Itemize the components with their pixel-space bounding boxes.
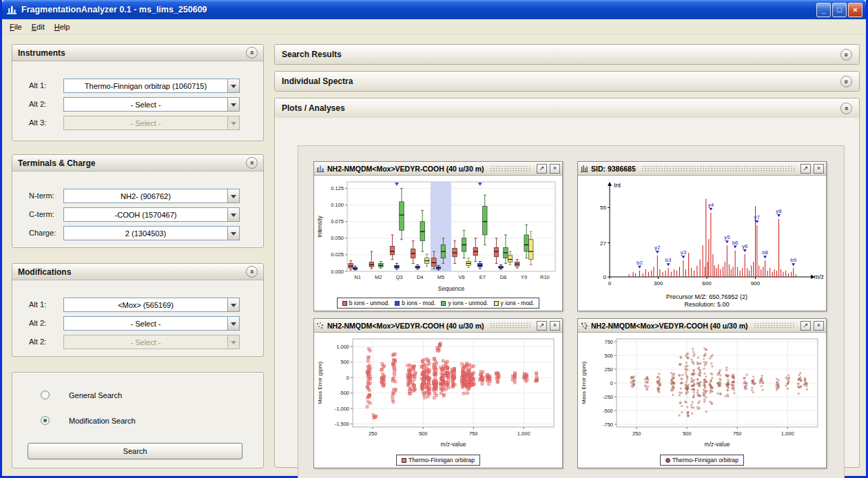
- detach-frame-button[interactable]: ↗: [537, 321, 547, 331]
- modification-search-radio[interactable]: [41, 416, 50, 425]
- instruments-panel: Instruments » Alt 1: Thermo-Finnigan orb…: [12, 44, 264, 141]
- drag-grip[interactable]: [754, 322, 795, 329]
- svg-text:27: 27: [600, 240, 606, 247]
- field-label: N-term:: [29, 191, 54, 200]
- general-search-option[interactable]: General Search: [41, 391, 122, 399]
- menu-edit[interactable]: Edit: [27, 21, 50, 33]
- terminals-panel: Terminals & Charge » N-term: NH2- (90676…: [12, 154, 264, 248]
- panel-title: Plots / Analyses: [282, 103, 345, 113]
- menu-help[interactable]: Help: [50, 21, 75, 33]
- combo-arrow-icon[interactable]: [227, 98, 239, 111]
- plots-analyses-panel: Plots / Analyses » NH2-NMQDM<Mox>VEDYR-C…: [274, 98, 860, 468]
- combo-value: - Select -: [64, 320, 227, 328]
- form-row: Charge: 2 (1304503): [12, 226, 263, 240]
- modification-alt1-combo[interactable]: <Mox> (565169): [63, 298, 240, 312]
- scatter-legend: Thermo-Finnigan orbitrap: [314, 455, 562, 466]
- combo-arrow-icon[interactable]: [227, 189, 239, 202]
- plots-analyses-header[interactable]: Plots / Analyses »: [275, 98, 859, 118]
- close-frame-button[interactable]: ×: [550, 164, 560, 174]
- combo-arrow-icon[interactable]: [227, 79, 239, 92]
- expand-chevron-button[interactable]: »: [840, 76, 852, 87]
- collapse-chevron-button[interactable]: »: [840, 103, 852, 114]
- svg-text:Mass Error (ppm): Mass Error (ppm): [581, 362, 587, 405]
- drag-grip[interactable]: [490, 165, 531, 172]
- legend-swatch: [665, 458, 670, 463]
- scatter-icon: [316, 322, 324, 330]
- form-row: Alt 1: Thermo-Finnigan orbitrap (1060715…: [12, 79, 263, 93]
- menubar: File Edit Help: [2, 19, 866, 34]
- modification-search-option[interactable]: Modification Search: [41, 416, 136, 425]
- spectrum-chart: Intm/z027550300600900b2y2b3y3y4y5b6y6y7b…: [579, 176, 825, 310]
- field-label: Alt 2:: [29, 337, 46, 346]
- svg-text:Q3: Q3: [395, 274, 402, 280]
- combo-arrow-icon[interactable]: [227, 208, 239, 221]
- scatter-legend: Thermo-Finnigan orbitrap: [578, 455, 826, 466]
- collapse-chevron-button[interactable]: »: [246, 47, 258, 59]
- detach-frame-button[interactable]: ↗: [800, 164, 811, 174]
- svg-text:-250: -250: [603, 394, 613, 400]
- modification-alt2-combo[interactable]: - Select -: [63, 316, 240, 331]
- form-row: C-term: -COOH (1570467): [12, 207, 263, 222]
- collapse-chevron-button[interactable]: »: [246, 157, 258, 169]
- search-results-header[interactable]: Search Results »: [275, 45, 859, 64]
- combo-value: -COOH (1570467): [64, 211, 227, 219]
- maximize-button[interactable]: □: [832, 3, 847, 17]
- svg-text:250: 250: [369, 430, 378, 437]
- svg-text:b3: b3: [665, 257, 672, 263]
- boxplot-frame: NH2-NMQDM<Mox>VEDYR-COOH (40 u/30 m) ↗ ×…: [313, 161, 563, 311]
- frame-titlebar[interactable]: SID: 9386685 ↗ ×: [578, 162, 826, 176]
- svg-text:500: 500: [604, 353, 613, 359]
- collapse-chevron-button[interactable]: »: [246, 266, 258, 278]
- chevron-down-icon: »: [843, 79, 850, 83]
- detach-frame-button[interactable]: ↗: [537, 164, 547, 174]
- search-button[interactable]: Search: [28, 443, 242, 459]
- close-frame-button[interactable]: ×: [550, 321, 560, 331]
- svg-text:D8: D8: [500, 274, 507, 280]
- instrument-alt2-combo[interactable]: - Select -: [63, 97, 240, 112]
- svg-text:900: 900: [751, 280, 761, 287]
- svg-text:y4: y4: [708, 202, 714, 208]
- field-label: Alt 2:: [29, 319, 46, 327]
- panel-title: Modifications: [18, 267, 71, 277]
- main-content: Instruments » Alt 1: Thermo-Finnigan orb…: [2, 34, 866, 476]
- menu-file[interactable]: File: [5, 21, 27, 33]
- frame-titlebar[interactable]: NH2-NMQDM<Mox>VEDYR-COOH (40 u/30 m) ↗ ×: [314, 162, 562, 176]
- frame-titlebar[interactable]: NH2-NMQDM<Mox>VEDYR-COOH (40 u/30 m) ↗ ×: [314, 319, 562, 333]
- panel-title: Search Results: [282, 50, 342, 59]
- mass-error-scatter-frame: NH2-NMQDM<Mox>VEDYR-COOH (40 u/30 m) ↗ ×…: [313, 318, 563, 468]
- chevron-up-icon: »: [248, 160, 256, 165]
- expand-chevron-button[interactable]: »: [840, 49, 852, 61]
- legend-label: y ions - unmod.: [448, 300, 488, 306]
- frame-titlebar[interactable]: NH2-NMQDM<Mox>VEDYR-COOH (40 u/30 m) ↗ ×: [578, 319, 826, 333]
- nterm-combo[interactable]: NH2- (906762): [63, 189, 240, 203]
- svg-text:Int: Int: [614, 182, 621, 189]
- field-label: Alt 3:: [29, 118, 46, 127]
- svg-text:M5: M5: [437, 274, 444, 280]
- close-frame-button[interactable]: ×: [814, 164, 824, 174]
- svg-text:0.000: 0.000: [331, 269, 344, 275]
- legend-swatch: [441, 301, 446, 306]
- drag-grip[interactable]: [490, 322, 531, 329]
- panel-title: Terminals & Charge: [18, 158, 95, 168]
- svg-text:R10: R10: [540, 274, 550, 280]
- svg-text:N1: N1: [354, 274, 361, 280]
- close-frame-button[interactable]: ×: [814, 321, 824, 331]
- titlebar[interactable]: FragmentationAnalyzer 0.1 - ms_lims_2506…: [2, 0, 866, 19]
- svg-text:750: 750: [733, 430, 742, 437]
- charge-combo[interactable]: 2 (1304503): [63, 226, 240, 240]
- close-button[interactable]: ×: [848, 3, 862, 17]
- minimize-button[interactable]: _: [816, 3, 831, 17]
- svg-text:600: 600: [702, 280, 712, 287]
- detach-frame-button[interactable]: ↗: [800, 321, 811, 331]
- combo-arrow-icon[interactable]: [227, 298, 239, 311]
- svg-text:500: 500: [340, 359, 349, 365]
- cterm-combo[interactable]: -COOH (1570467): [63, 207, 240, 222]
- instrument-alt1-combo[interactable]: Thermo-Finnigan orbitrap (1060715): [63, 79, 240, 93]
- svg-text:Mass Error (ppm): Mass Error (ppm): [317, 362, 323, 405]
- combo-arrow-icon[interactable]: [227, 227, 239, 240]
- general-search-radio[interactable]: [41, 391, 50, 399]
- svg-text:V6: V6: [459, 274, 465, 280]
- combo-arrow-icon[interactable]: [227, 317, 239, 330]
- individual-spectra-header[interactable]: Individual Spectra »: [275, 72, 859, 91]
- drag-grip[interactable]: [641, 165, 795, 172]
